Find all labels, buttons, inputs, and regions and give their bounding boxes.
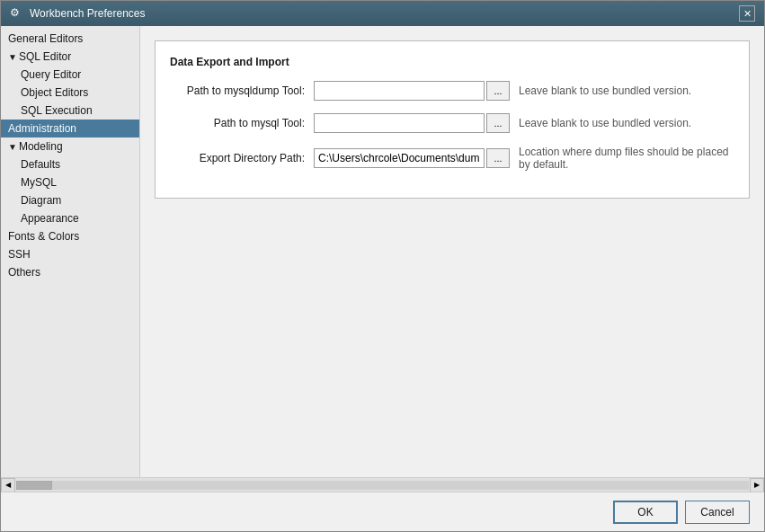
form-hint-mysqldump-tool: Leave blank to use bundled version. bbox=[519, 84, 734, 97]
sidebar-item-query-editor[interactable]: Query Editor bbox=[1, 66, 139, 84]
browse-button-mysqldump-tool[interactable]: ... bbox=[486, 81, 510, 101]
sidebar-label-object-editors: Object Editors bbox=[21, 86, 88, 99]
app-icon: ⚙ bbox=[10, 6, 24, 21]
workbench-preferences-window: ⚙ Workbench Preferences ✕ General Editor… bbox=[0, 0, 765, 532]
ok-button[interactable]: OK bbox=[613, 501, 678, 524]
form-hint-mysql-tool: Leave blank to use bundled version. bbox=[519, 117, 734, 129]
sidebar-item-diagram[interactable]: Diagram bbox=[1, 191, 139, 209]
title-bar-left: ⚙ Workbench Preferences bbox=[10, 6, 146, 21]
close-button[interactable]: ✕ bbox=[739, 5, 755, 22]
sidebar-item-appearance[interactable]: Appearance bbox=[1, 209, 139, 227]
sidebar-label-ssh: SSH bbox=[8, 248, 31, 261]
sidebar-label-defaults: Defaults bbox=[21, 158, 60, 171]
arrow-icon-sql-editor: ▼ bbox=[8, 52, 17, 62]
form-label-mysql-tool: Path to mysql Tool: bbox=[170, 117, 314, 129]
form-input-export-dir[interactable] bbox=[314, 148, 485, 168]
form-row-mysqldump-tool: Path to mysqldump Tool:...Leave blank to… bbox=[170, 81, 734, 101]
browse-button-mysql-tool[interactable]: ... bbox=[486, 113, 510, 133]
window-title: Workbench Preferences bbox=[30, 7, 146, 20]
sidebar-label-diagram: Diagram bbox=[21, 194, 61, 207]
sidebar-item-others[interactable]: Others bbox=[1, 263, 139, 281]
sidebar-item-object-editors[interactable]: Object Editors bbox=[1, 84, 139, 102]
footer: OK Cancel bbox=[1, 492, 764, 531]
sidebar-label-sql-execution: SQL Execution bbox=[21, 104, 93, 117]
sidebar-item-sql-editor[interactable]: ▼ SQL Editor bbox=[1, 48, 139, 66]
scroll-thumb[interactable] bbox=[16, 481, 52, 490]
cancel-button[interactable]: Cancel bbox=[685, 501, 750, 524]
sidebar-label-administration: Administration bbox=[8, 122, 76, 135]
sidebar-label-fonts-colors: Fonts & Colors bbox=[8, 230, 79, 243]
browse-button-export-dir[interactable]: ... bbox=[486, 148, 510, 168]
section-title: Data Export and Import bbox=[170, 56, 734, 68]
sidebar-item-modeling[interactable]: ▼ Modeling bbox=[1, 137, 139, 155]
sidebar-item-fonts-colors[interactable]: Fonts & Colors bbox=[1, 227, 139, 245]
scrollbar-area: ◀ ▶ bbox=[1, 477, 764, 492]
sidebar-label-query-editor: Query Editor bbox=[21, 68, 81, 81]
sidebar-item-mysql[interactable]: MySQL bbox=[1, 173, 139, 191]
scroll-left-arrow[interactable]: ◀ bbox=[1, 478, 15, 492]
form-row-export-dir: Export Directory Path:...Location where … bbox=[170, 146, 734, 171]
scroll-right-arrow[interactable]: ▶ bbox=[750, 478, 764, 492]
section-box: Data Export and Import Path to mysqldump… bbox=[155, 40, 750, 199]
form-label-export-dir: Export Directory Path: bbox=[170, 152, 314, 164]
arrow-icon-modeling: ▼ bbox=[8, 142, 17, 152]
sidebar-item-general-editors[interactable]: General Editors bbox=[1, 30, 139, 48]
sidebar-item-ssh[interactable]: SSH bbox=[1, 245, 139, 263]
window-content: General Editors▼ SQL EditorQuery EditorO… bbox=[1, 26, 764, 477]
scroll-track bbox=[16, 481, 749, 490]
sidebar-label-mysql: MySQL bbox=[21, 176, 57, 189]
form-input-mysql-tool[interactable] bbox=[314, 113, 485, 133]
sidebar-item-administration[interactable]: Administration bbox=[1, 120, 139, 137]
sidebar-label-modeling: Modeling bbox=[19, 140, 63, 153]
form-hint-export-dir: Location where dump files should be plac… bbox=[519, 146, 734, 171]
sidebar-label-appearance: Appearance bbox=[21, 212, 79, 225]
sidebar-label-others: Others bbox=[8, 266, 40, 279]
sidebar-label-sql-editor: SQL Editor bbox=[19, 50, 71, 63]
sidebar: General Editors▼ SQL EditorQuery EditorO… bbox=[1, 26, 140, 477]
title-bar: ⚙ Workbench Preferences ✕ bbox=[1, 1, 764, 26]
sidebar-item-defaults[interactable]: Defaults bbox=[1, 155, 139, 173]
sidebar-label-general-editors: General Editors bbox=[8, 32, 83, 45]
form-row-mysql-tool: Path to mysql Tool:...Leave blank to use… bbox=[170, 113, 734, 133]
sidebar-item-sql-execution[interactable]: SQL Execution bbox=[1, 102, 139, 120]
form-label-mysqldump-tool: Path to mysqldump Tool: bbox=[170, 84, 314, 97]
form-input-mysqldump-tool[interactable] bbox=[314, 81, 485, 101]
main-content: Data Export and Import Path to mysqldump… bbox=[140, 26, 764, 477]
